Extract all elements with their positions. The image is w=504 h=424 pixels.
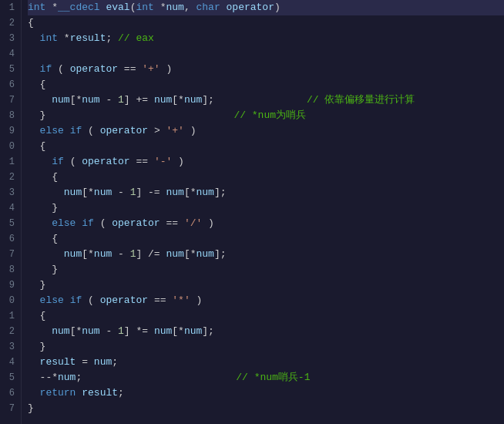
code-line-26: return result; (28, 385, 504, 401)
ln-1: 1 (3, 0, 15, 15)
code-line-3: int *result; // eax (28, 31, 504, 46)
ln-24: 4 (3, 355, 15, 370)
ln-21: 1 (3, 308, 15, 324)
ln-7: 7 (3, 93, 15, 108)
ln-16: 6 (3, 231, 15, 247)
ln-23: 3 (3, 339, 15, 355)
ln-8: 8 (3, 108, 15, 123)
ln-20: 0 (3, 293, 15, 308)
code-line-24: result = num; (28, 355, 504, 370)
ln-6: 6 (3, 77, 15, 93)
ln-26: 6 (3, 385, 15, 401)
code-line-12: { (28, 170, 504, 185)
ln-25: 5 (3, 370, 15, 385)
code-line-2: { (28, 15, 504, 31)
code-line-25: --*num; // *num哨兵-1 (28, 370, 504, 385)
line-numbers: 1 2 3 4 5 6 7 8 9 0 1 2 3 4 5 6 7 8 9 0 … (0, 0, 22, 424)
code-line-6: { (28, 77, 504, 93)
ln-4: 4 (3, 46, 15, 62)
code-editor: 1 2 3 4 5 6 7 8 9 0 1 2 3 4 5 6 7 8 9 0 … (0, 0, 504, 424)
code-line-8: } // *num为哨兵 (28, 108, 504, 123)
code-line-16: { (28, 231, 504, 247)
ln-19: 9 (3, 278, 15, 293)
code-lines: int *__cdecl eval(int *num, char operato… (22, 0, 504, 424)
code-line-9: else if ( operator > '+' ) (28, 123, 504, 139)
ln-14: 4 (3, 200, 15, 216)
ln-22: 2 (3, 324, 15, 339)
ln-9: 9 (3, 123, 15, 139)
ln-15: 5 (3, 216, 15, 231)
ln-10: 0 (3, 139, 15, 154)
code-line-18: } (28, 262, 504, 278)
ln-11: 1 (3, 154, 15, 170)
code-line-1: int *__cdecl eval(int *num, char operato… (28, 0, 504, 15)
code-line-23: } (28, 339, 504, 355)
ln-13: 3 (3, 185, 15, 200)
code-line-20: else if ( operator == '*' ) (28, 293, 504, 308)
code-line-15: else if ( operator == '/' ) (28, 216, 504, 231)
code-line-22: num[*num - 1] *= num[*num]; (28, 324, 504, 339)
code-line-14: } (28, 200, 504, 216)
ln-2: 2 (3, 15, 15, 31)
ln-3: 3 (3, 31, 15, 46)
ln-5: 5 (3, 62, 15, 77)
ln-17: 7 (3, 247, 15, 262)
code-line-21: { (28, 308, 504, 324)
code-line-5: if ( operator == '+' ) (28, 62, 504, 77)
code-line-7: num[*num - 1] += num[*num]; // 依靠偏移量进行计算 (28, 93, 504, 108)
code-line-13: num[*num - 1] -= num[*num]; (28, 185, 504, 200)
code-line-17: num[*num - 1] /= num[*num]; (28, 247, 504, 262)
code-line-10: { (28, 139, 504, 154)
code-line-27: } (28, 401, 504, 416)
code-line-11: if ( operator == '-' ) (28, 154, 504, 170)
ln-18: 8 (3, 262, 15, 278)
ln-27: 7 (3, 401, 15, 416)
code-line-19: } (28, 278, 504, 293)
ln-12: 2 (3, 170, 15, 185)
code-line-4 (28, 46, 504, 62)
